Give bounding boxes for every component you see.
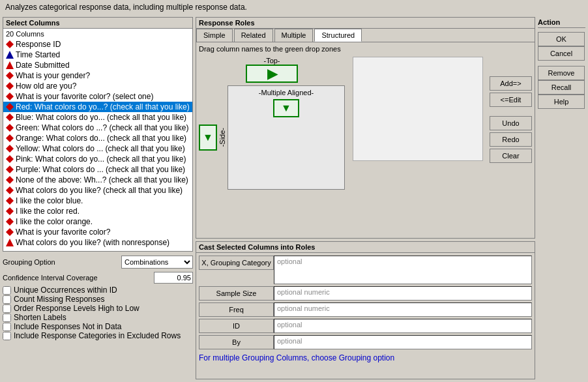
grouping-option-label: Grouping Option [3,258,119,266]
column-item[interactable]: What is your gender? [3,70,192,81]
zone-area: -Top- ▶ [199,57,345,235]
svg-marker-14 [6,186,14,194]
svg-marker-19 [6,239,14,246]
cast-row: By optional [199,335,532,349]
ok-button[interactable]: OK [538,32,585,46]
column-item[interactable]: What is your favorite color? [3,227,192,237]
column-item[interactable]: What is your favorite color? (select one… [3,91,192,102]
cast-field[interactable]: optional [274,319,532,333]
undo-button[interactable]: Undo [490,116,532,130]
redo-button[interactable]: Redo [490,132,532,147]
cast-field[interactable]: optional [274,256,532,284]
grouping-option-select[interactable]: Combinations Separate [121,256,193,269]
column-item[interactable]: How old are you? [3,81,192,91]
checkbox[interactable] [3,323,11,331]
column-item[interactable]: Date Submitted [3,60,192,70]
checkbox[interactable] [3,304,11,313]
column-item[interactable]: Orange: What colors do... (check all tha… [3,133,192,143]
svg-marker-2 [6,61,14,69]
cast-role-button[interactable]: Freq [199,302,274,317]
right-panel: Action OKCancelRemoveRecallHelp [538,17,585,379]
left-panel: Select Columns 20 Columns Response IDTim… [3,17,193,379]
checkbox[interactable] [3,295,11,304]
for-multiple-note: For multiple Grouping Columns, choose Gr… [196,352,535,364]
checkbox-label: Order Response Levels High to Low [14,304,140,313]
side-drop-zone[interactable]: ▼ [199,125,217,151]
cast-roles-box: Cast Selected Columns into Roles X, Grou… [196,241,535,379]
column-item[interactable]: Green: What colors do ...? (check all th… [3,123,192,133]
column-item[interactable]: Yellow: What colors do ... (check all th… [3,143,192,154]
multiple-aligned-label: -Multiple Aligned- [259,89,314,96]
checkbox-row: Order Response Levels High to Low [3,304,193,313]
middle-panel: Response Roles SimpleRelatedMultipleStru… [196,17,535,379]
svg-marker-11 [6,155,14,163]
cast-role-button[interactable]: Sample Size [199,286,274,301]
column-item[interactable]: What colors do you like? (with nonrespon… [3,237,192,248]
checkbox[interactable] [3,314,11,322]
column-item[interactable]: Purple: What colors do ... (check all th… [3,164,192,175]
multiple-aligned-arrow-icon: ▼ [281,102,291,114]
recall-button[interactable]: Recall [538,80,585,95]
clear-button[interactable]: Clear [490,149,532,163]
tab-multiple[interactable]: Multiple [274,29,314,42]
cast-field[interactable]: optional numeric [274,302,532,317]
ci-label: Confidence Interval Coverage [3,274,151,282]
description-text: Analyzes categorical response data, incl… [5,3,247,12]
checkbox-label: Include Response Categories in Excluded … [14,331,181,340]
multiple-aligned-box: -Multiple Aligned- ▼ [228,85,345,190]
svg-marker-6 [6,103,14,111]
svg-marker-4 [6,82,14,90]
svg-marker-1 [6,51,14,59]
tab-content: Drag column names to the green drop zone… [196,42,535,238]
large-drop-zone [353,57,483,161]
checkbox-row: Include Responses Not in Data [3,322,193,331]
svg-marker-13 [6,176,14,184]
top-drop-zone[interactable]: ▶ [246,65,298,83]
action-buttons: OKCancelRemoveRecallHelp [538,32,585,109]
add-button[interactable]: Add=> [490,76,532,91]
roles-content: -Top- ▶ [199,57,532,235]
column-item[interactable]: Red: What colors do yo...? (check all th… [3,102,192,112]
grouping-row: Grouping Option Combinations Separate [3,256,193,269]
svg-marker-12 [6,166,14,173]
column-item[interactable]: Time Started [3,50,192,60]
column-item[interactable]: What colors do you like? (check all that… [3,185,192,196]
options-panel: Grouping Option Combinations Separate Co… [3,254,193,379]
column-item[interactable]: I like the color orange. [3,216,192,227]
remove-button[interactable]: Remove [538,66,585,80]
cast-roles-label: Cast Selected Columns into Roles [196,242,535,253]
cancel-button[interactable]: Cancel [538,46,585,61]
checkbox[interactable] [3,332,11,340]
svg-marker-17 [6,218,14,226]
checkbox[interactable] [3,286,11,295]
cast-field[interactable]: optional [274,335,532,349]
cast-row: X, Grouping Category optional [199,256,532,284]
svg-marker-9 [6,134,14,142]
side-label: -Side- [218,128,226,147]
button-col: Add=> <=Edit Undo Redo Clear [490,76,532,235]
note-link[interactable]: Grouping option [339,353,394,362]
cast-role-button[interactable]: ID [199,319,274,333]
tab-structured[interactable]: Structured [314,29,362,42]
multiple-aligned-drop-zone[interactable]: ▼ [273,99,299,117]
column-item[interactable]: Response ID [3,39,192,50]
cast-row: Freq optional numeric [199,302,532,317]
description-bar: Analyzes categorical response data, incl… [0,0,588,14]
tab-related[interactable]: Related [234,29,273,42]
help-button[interactable]: Help [538,95,585,109]
cast-role-button[interactable]: By [199,335,274,349]
cast-field[interactable]: optional numeric [274,286,532,301]
cast-role-button[interactable]: X, Grouping Category [199,256,274,270]
column-item[interactable]: I like the color red. [3,206,192,216]
response-roles-box: Response Roles SimpleRelatedMultipleStru… [196,17,535,239]
edit-button[interactable]: <=Edit [490,93,532,107]
columns-list[interactable]: Response IDTime StartedDate SubmittedWha… [3,39,192,251]
column-item[interactable]: None of the above: Wh...? (check all tha… [3,175,192,185]
column-item[interactable]: Blue: What colors do yo... (check all th… [3,112,192,123]
ci-input[interactable] [154,272,193,284]
column-item[interactable]: I like the color blue. [3,196,192,206]
tab-simple[interactable]: Simple [196,29,233,42]
top-arrow-icon: ▶ [267,66,277,81]
column-item[interactable]: Pink: What colors do yo... (check all th… [3,154,192,164]
svg-marker-18 [6,228,14,236]
